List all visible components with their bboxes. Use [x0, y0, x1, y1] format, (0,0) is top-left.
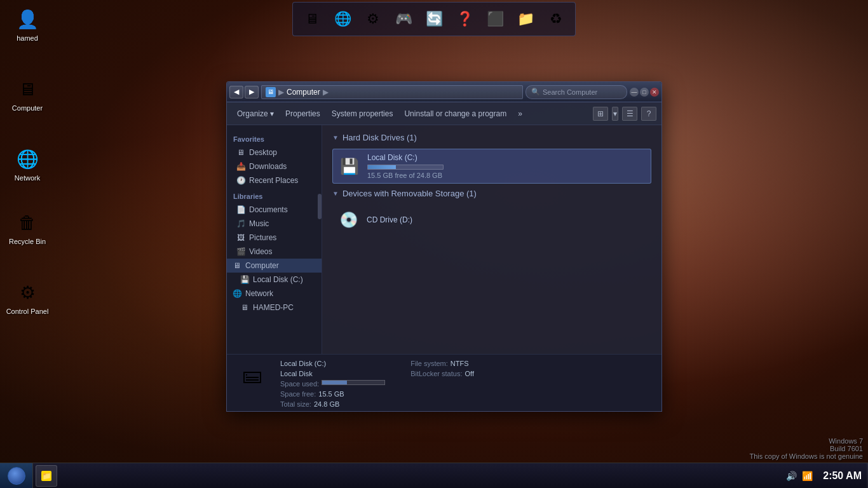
start-button[interactable]: [0, 463, 33, 489]
address-prefix: ▶: [278, 88, 284, 97]
search-icon: 🔍: [531, 88, 540, 96]
explorer-window: ◀ ▶ 🖥 ▶ Computer ▶ 🔍 Search Computer — □…: [226, 81, 662, 412]
properties-button[interactable]: Properties: [280, 107, 325, 121]
bitlocker-value: Off: [465, 370, 473, 377]
space-used-label: Space used:: [280, 380, 319, 388]
total-label: Total size:: [280, 400, 311, 408]
maximize-button[interactable]: □: [640, 88, 649, 97]
sidebar-scrollbar[interactable]: [318, 194, 322, 219]
toolbar-gamepad-button[interactable]: 🎮: [390, 5, 417, 33]
recent-icon: 🕐: [236, 175, 246, 186]
sidebar-item-hamed-pc[interactable]: 🖥 HAMED-PC: [227, 301, 322, 315]
desktop-icon-small: 🖥: [236, 147, 246, 158]
c-drive-item[interactable]: 💾 Local Disk (C:) 15.5 GB free of 24.8 G…: [332, 149, 651, 184]
total-value: 24.8 GB: [314, 400, 339, 408]
more-button[interactable]: »: [513, 107, 527, 121]
sidebar-item-local-c[interactable]: 💾 Local Disk (C:): [227, 273, 322, 287]
status-space-free-row: Space free: 15.5 GB: [280, 390, 385, 398]
status-space-used-row: Space used:: [280, 380, 385, 388]
explorer-toolbar: Organize ▾ Properties System properties …: [227, 102, 661, 125]
back-button[interactable]: ◀: [229, 86, 243, 98]
collapse-icon-2[interactable]: ▼: [332, 190, 339, 197]
c-drive-icon: 💾: [338, 155, 361, 178]
toolbar-device-button[interactable]: ⬛: [481, 5, 509, 33]
system-properties-button[interactable]: System properties: [327, 107, 398, 121]
address-arrow: ▶: [323, 88, 329, 97]
removable-title: Devices with Removable Storage (1): [342, 189, 477, 198]
minimize-button[interactable]: —: [630, 88, 639, 97]
window-controls: — □ ✕: [630, 88, 659, 97]
bitlocker-label: BitLocker status:: [410, 370, 462, 377]
control-icon-img: ⚙: [15, 280, 40, 305]
close-button[interactable]: ✕: [650, 88, 659, 97]
toolbar-help-button[interactable]: ❓: [451, 5, 478, 33]
sidebar-item-pictures[interactable]: 🖼 Pictures: [227, 231, 322, 245]
c-drive-info: Local Disk (C:) 15.5 GB free of 24.8 GB: [367, 153, 646, 179]
address-bar[interactable]: 🖥 ▶ Computer ▶: [261, 85, 523, 99]
search-bar[interactable]: 🔍 Search Computer: [526, 85, 627, 99]
sidebar-item-videos[interactable]: 🎬 Videos: [227, 245, 322, 259]
status-col-left: Local Disk (C:) Local Disk Space used: S…: [280, 360, 385, 408]
sidebar-item-desktop[interactable]: 🖥 Desktop: [227, 146, 322, 159]
space-used-bar: [322, 380, 385, 385]
uninstall-button[interactable]: Uninstall or change a program: [399, 107, 512, 121]
desktop-icon-network[interactable]: 🌐 Network: [5, 146, 50, 182]
start-orb: [8, 467, 25, 485]
computer-icon-small: 🖥: [232, 261, 242, 271]
tray-icon-2: 📶: [802, 471, 813, 481]
status-bitlocker-row: BitLocker status: Off: [410, 370, 474, 377]
space-free-label: Space free:: [280, 390, 316, 398]
favorites-label: Favorites: [227, 130, 322, 146]
hard-disks-title: Hard Disk Drives (1): [342, 133, 417, 142]
desktop-icon-computer[interactable]: 🖥 Computer: [5, 76, 50, 112]
status-drive-name: Local Disk (C:): [280, 360, 326, 367]
desktop-icon-control[interactable]: ⚙ Control Panel: [5, 280, 50, 315]
downloads-icon: 📥: [236, 161, 246, 172]
sidebar-item-music[interactable]: 🎵 Music: [227, 217, 322, 231]
tray-icon-1: 🔊: [786, 471, 797, 481]
cd-drive-item[interactable]: 💿 CD Drive (D:): [332, 205, 651, 235]
address-icon: 🖥: [266, 87, 276, 97]
status-info: Local Disk (C:) Local Disk Space used: S…: [280, 360, 651, 408]
nav-buttons: ◀ ▶: [229, 86, 259, 98]
music-icon: 🎵: [236, 219, 246, 229]
forward-button[interactable]: ▶: [245, 86, 259, 98]
view-tiles-button[interactable]: ⊞: [593, 107, 608, 121]
videos-icon: 🎬: [236, 247, 246, 257]
toolbar-monitor-button[interactable]: 🖥: [298, 5, 326, 33]
pictures-icon: 🖼: [236, 233, 246, 243]
toolbar-globe-button[interactable]: 🌐: [329, 5, 356, 33]
toolbar-recycle2-button[interactable]: ♻: [542, 5, 570, 33]
toolbar-folder-button[interactable]: 📁: [512, 5, 539, 33]
taskbar-tray: 🔊 📶: [781, 471, 818, 481]
desktop-icon-recycle[interactable]: 🗑 Recycle Bin: [5, 210, 50, 245]
status-total-row: Total size: 24.8 GB: [280, 400, 385, 408]
explorer-content: Favorites 🖥 Desktop 📥 Downloads 🕐 Recent…: [227, 125, 661, 354]
collapse-icon[interactable]: ▼: [332, 134, 339, 141]
sidebar-item-downloads[interactable]: 📥 Downloads: [227, 159, 322, 173]
taskbar-clock[interactable]: 2:50 AM: [818, 470, 867, 482]
organize-button[interactable]: Organize ▾: [232, 107, 279, 121]
c-drive-free: 15.5 GB free of 24.8 GB: [367, 172, 646, 179]
status-drive-type: Local Disk: [280, 370, 313, 377]
sidebar-item-network[interactable]: 🌐 Network: [227, 287, 322, 301]
c-drive-name: Local Disk (C:): [367, 153, 646, 162]
sidebar-item-computer[interactable]: 🖥 Computer: [227, 259, 322, 273]
taskbar-folder-item[interactable]: 📁: [36, 465, 57, 487]
toolbar-network2-button[interactable]: 🔄: [420, 5, 448, 33]
sidebar-item-recent[interactable]: 🕐 Recent Places: [227, 173, 322, 187]
network-icon-label: Network: [15, 174, 40, 182]
c-drive-bar: [367, 165, 444, 170]
toolbar-settings-button[interactable]: ⚙: [359, 5, 387, 33]
status-col-right: File system: NTFS BitLocker status: Off: [410, 360, 474, 408]
quicklaunch-bar: 🖥🌐⚙🎮🔄❓⬛📁♻: [292, 2, 576, 36]
help-button[interactable]: ?: [641, 107, 656, 121]
sidebar-item-documents[interactable]: 📄 Documents: [227, 203, 322, 217]
view-details-button[interactable]: ☰: [622, 107, 637, 121]
title-bar: ◀ ▶ 🖥 ▶ Computer ▶ 🔍 Search Computer — □…: [227, 82, 661, 102]
address-text: Computer: [287, 88, 320, 97]
view-toggle-button[interactable]: ▾: [612, 107, 618, 121]
computer-icon-label: Computer: [12, 104, 43, 112]
network-icon-small: 🌐: [232, 288, 242, 299]
windows-version: Windows 7: [749, 437, 863, 445]
